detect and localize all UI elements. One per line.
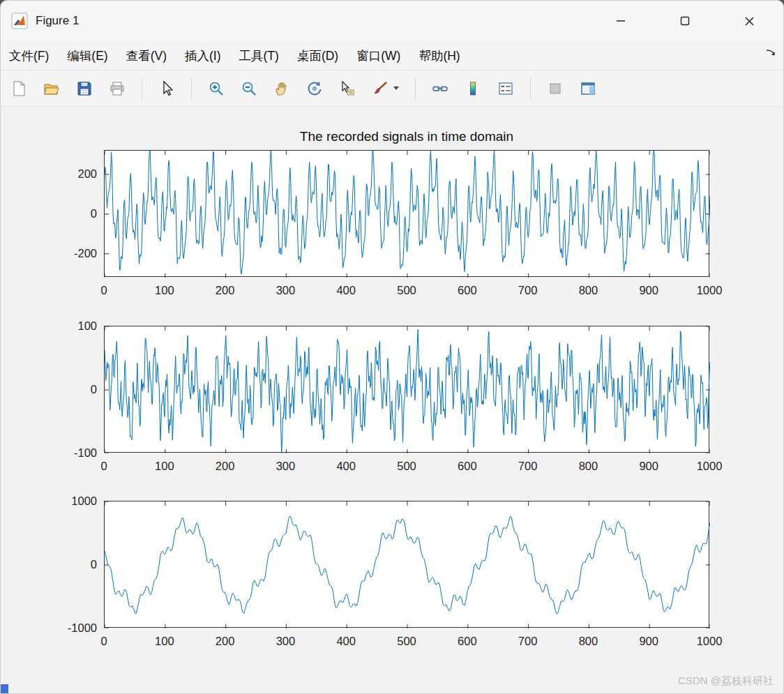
brush-icon[interactable] xyxy=(370,79,390,98)
zoom-out-icon[interactable] xyxy=(239,79,259,98)
figure-window: Figure 1 文件(F) 编辑(E) 查看(V) 插入(I) 工具(T) 桌… xyxy=(0,0,784,694)
x-tick-label: 200 xyxy=(196,283,255,297)
x-tick-label: 700 xyxy=(499,459,557,473)
x-tick-label: 1000 xyxy=(680,634,739,648)
x-tick-label: 200 xyxy=(196,459,255,473)
x-tick-label: 800 xyxy=(559,634,617,648)
x-tick-label: 100 xyxy=(135,283,194,297)
x-tick-label: 100 xyxy=(135,459,194,473)
x-tick-label: 100 xyxy=(135,634,194,648)
signal-line xyxy=(105,151,710,274)
pan-hand-icon[interactable] xyxy=(272,79,292,98)
y-tick-label: -100 xyxy=(48,446,97,460)
link-plots-icon[interactable] xyxy=(430,79,450,98)
menu-item-insert[interactable]: 插入(I) xyxy=(185,47,221,64)
menu-item-view[interactable]: 查看(V) xyxy=(126,47,167,64)
window-title: Figure 1 xyxy=(36,14,79,28)
plot-title: The recorded signals in time domain xyxy=(104,129,709,144)
menu-item-desktop[interactable]: 桌面(D) xyxy=(297,47,338,64)
corner-artifact xyxy=(1,684,8,693)
menu-bar: 文件(F) 编辑(E) 查看(V) 插入(I) 工具(T) 桌面(D) 窗口(W… xyxy=(1,41,783,70)
toolbar-separator xyxy=(415,77,416,100)
figure-toolbar xyxy=(1,70,783,107)
data-cursor-icon[interactable] xyxy=(338,79,357,98)
x-tick-label: 500 xyxy=(377,459,436,473)
minimize-button[interactable] xyxy=(605,9,637,33)
subplot-3-svg xyxy=(105,501,710,628)
y-tick-label: -200 xyxy=(48,246,97,260)
rotate-3d-icon[interactable] xyxy=(305,79,324,98)
print-icon[interactable] xyxy=(107,79,127,98)
new-document-icon[interactable] xyxy=(9,79,29,98)
dock-plot-tools-icon[interactable] xyxy=(578,79,598,98)
dock-arrow-icon[interactable] xyxy=(765,48,776,61)
x-tick-label: 400 xyxy=(317,283,375,297)
open-folder-icon[interactable] xyxy=(42,79,61,98)
x-tick-label: 700 xyxy=(499,634,557,648)
x-tick-label: 500 xyxy=(377,283,436,297)
x-tick-label: 1000 xyxy=(680,459,739,473)
x-tick-label: 900 xyxy=(619,283,678,297)
x-tick-label: 0 xyxy=(75,283,133,297)
subplot-1-svg xyxy=(105,151,710,278)
pointer-icon[interactable] xyxy=(157,79,176,98)
x-tick-label: 600 xyxy=(438,634,497,648)
toolbar-separator xyxy=(530,77,531,100)
title-bar[interactable]: Figure 1 xyxy=(1,1,783,41)
x-tick-label: 800 xyxy=(559,283,617,297)
x-tick-label: 300 xyxy=(256,459,315,473)
insert-colorbar-icon[interactable] xyxy=(463,79,483,98)
x-tick-label: 600 xyxy=(438,283,497,297)
y-tick-label: 0 xyxy=(48,206,97,220)
menu-item-window[interactable]: 窗口(W) xyxy=(356,47,400,64)
y-tick-label: 200 xyxy=(48,167,97,181)
y-tick-label: 0 xyxy=(48,382,97,396)
menu-item-edit[interactable]: 编辑(E) xyxy=(67,47,107,64)
y-tick-label: 100 xyxy=(48,319,97,333)
menu-item-tools[interactable]: 工具(T) xyxy=(239,47,279,64)
matlab-figure-icon xyxy=(11,13,29,29)
x-tick-label: 300 xyxy=(256,283,315,297)
subplot-2-svg xyxy=(105,326,710,453)
x-tick-label: 600 xyxy=(438,459,497,473)
x-tick-label: 1000 xyxy=(680,283,739,297)
x-tick-label: 900 xyxy=(619,459,678,473)
save-icon[interactable] xyxy=(75,79,94,98)
x-tick-label: 500 xyxy=(377,634,436,648)
subplot-1[interactable] xyxy=(104,150,709,277)
zoom-in-icon[interactable] xyxy=(206,79,226,98)
maximize-button[interactable] xyxy=(669,9,701,33)
insert-legend-icon[interactable] xyxy=(496,79,515,98)
y-tick-label: 1000 xyxy=(48,494,97,508)
signal-line xyxy=(105,329,710,453)
brush-dropdown-icon[interactable] xyxy=(393,79,400,98)
toolbar-separator xyxy=(142,77,142,100)
x-tick-label: 800 xyxy=(559,459,617,473)
x-tick-label: 0 xyxy=(75,634,133,648)
figure-canvas: The recorded signals in time domain 0100… xyxy=(1,107,783,693)
subplot-3[interactable] xyxy=(104,501,709,628)
x-tick-label: 400 xyxy=(317,634,375,648)
y-tick-label: -1000 xyxy=(48,621,97,635)
toolbar-separator xyxy=(191,77,192,100)
x-tick-label: 300 xyxy=(256,634,315,648)
x-tick-label: 400 xyxy=(317,459,375,473)
x-tick-label: 900 xyxy=(619,634,678,648)
signal-line xyxy=(105,516,710,614)
x-tick-label: 0 xyxy=(75,459,133,473)
close-button[interactable] xyxy=(733,9,765,33)
menu-item-file[interactable]: 文件(F) xyxy=(9,47,49,64)
subplot-2[interactable] xyxy=(104,326,709,453)
watermark: CSDN @荔枝科研社 xyxy=(678,674,774,688)
menu-item-help[interactable]: 帮助(H) xyxy=(419,47,460,64)
plot-tools-disabled-icon xyxy=(545,79,565,98)
x-tick-label: 700 xyxy=(499,283,557,297)
x-tick-label: 200 xyxy=(196,634,255,648)
y-tick-label: 0 xyxy=(48,557,97,571)
